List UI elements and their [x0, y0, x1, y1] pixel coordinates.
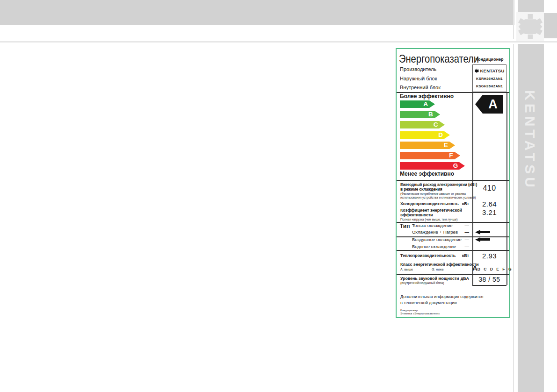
- side-brand-bar: [518, 0, 544, 392]
- annual-title-2: в режиме охлаждения: [400, 187, 442, 192]
- kentatsu-logo-icon: [518, 14, 543, 40]
- header-divider: [0, 39, 557, 44]
- label-title: Энергопоказатели: [399, 52, 479, 65]
- annual-note-1: (Фактическое потребление зависит от режи…: [400, 192, 466, 196]
- manufacturer-label: Производитель: [400, 66, 436, 72]
- type-option: Только охлаждение—: [412, 223, 469, 228]
- eer-note: Полная нагрузка (чем выше, тем лучше): [400, 218, 457, 221]
- brand-model-box: KENTATSU KSRH26HZAN1 KSGH26HZAN1: [472, 64, 506, 92]
- type-option: Водяное охлаждение—: [412, 244, 469, 249]
- class-others: B C D E F G: [477, 267, 513, 271]
- rule: [472, 285, 506, 286]
- energy-class-arrow-D: D: [400, 131, 450, 139]
- indoor-unit-label: Внутренний блок: [400, 85, 441, 90]
- product-type: Кондиционер: [472, 57, 506, 62]
- energy-class-arrow-F: F: [400, 152, 460, 159]
- rule: [397, 274, 509, 275]
- type-option: Охлаждение + Нагрев—: [412, 229, 469, 235]
- rating-arrow: A: [475, 95, 503, 114]
- energy-class-arrow-A: A: [400, 100, 435, 108]
- more-efficient-label: Более эффективно: [400, 93, 454, 100]
- class-letters: AB C D E F G: [472, 264, 506, 272]
- vertical-brand-text: KENTATSU: [522, 90, 538, 191]
- outdoor-unit-label: Наружный блок: [400, 76, 437, 81]
- noise-unit: дБА: [455, 276, 469, 281]
- kentatsu-logo-tile: [516, 12, 544, 41]
- vertical-rule: [513, 0, 514, 392]
- brand-row: KENTATSU: [475, 68, 505, 73]
- header-band-right: [544, 13, 557, 38]
- rule: [397, 180, 509, 181]
- annual-note-2: использования устройства и климатических…: [400, 196, 476, 200]
- document-page: KENTATSU Энергопоказатели Кондиционер Пр…: [0, 0, 557, 392]
- rating-arrow-tip: [475, 95, 483, 114]
- noise-value: 38 / 55: [472, 276, 506, 283]
- brand-name: KENTATSU: [480, 68, 505, 73]
- indoor-model: KSGH26HZAN1: [476, 84, 503, 88]
- footer-line-2: в технической документации: [400, 300, 456, 306]
- kentatsu-brand-icon: [475, 69, 479, 73]
- cooling-unit: кВт: [455, 201, 469, 206]
- type-label: Тип: [400, 223, 410, 229]
- class-note-a: A: выше: [400, 268, 413, 271]
- cooling-title: Холодопроизводительность: [400, 201, 459, 206]
- eer-title-2: эффективности: [400, 213, 433, 217]
- energy-class-arrow-G: G: [400, 162, 465, 170]
- heating-value: 2.93: [472, 252, 506, 260]
- outdoor-model: KSRH26HZAN1: [476, 77, 503, 81]
- heating-unit: кВт: [455, 253, 469, 258]
- annual-value: 410: [472, 184, 506, 192]
- heating-title: Теплопроизводительность: [400, 253, 456, 258]
- noise-title: Уровень звуковой мощности: [400, 276, 459, 281]
- class-note-g: G: ниже: [432, 268, 444, 271]
- footer-small-1: Кондиционер: [400, 309, 418, 312]
- type-selected-arrow: [475, 237, 491, 242]
- cooling-value: 2.64: [472, 200, 506, 208]
- type-selected-arrow: [475, 229, 491, 235]
- class-selected: A: [472, 264, 477, 272]
- type-option: Воздушное охлаждение—: [412, 237, 469, 242]
- rating-letter: A: [483, 95, 503, 114]
- energy-label: Энергопоказатели Кондиционер Производите…: [396, 48, 510, 318]
- rule: [506, 92, 507, 285]
- energy-class-arrow-B: B: [400, 111, 440, 118]
- annual-title-1: Ежегодный расход электроэнергии (кВт): [400, 182, 477, 187]
- footer-line-1: Дополнительная информация содержится: [400, 294, 483, 300]
- header-band: [0, 0, 514, 25]
- footer-small-2: Этикетка «Энергопоказатели»: [400, 312, 440, 315]
- class-title: Класс энергетической эффективности: [400, 262, 479, 267]
- eer-value: 3.21: [472, 208, 506, 216]
- energy-class-arrow-C: C: [400, 121, 445, 128]
- rule: [397, 250, 509, 251]
- energy-class-arrow-E: E: [400, 142, 455, 149]
- less-efficient-label: Менее эффективно: [400, 171, 454, 177]
- noise-note: (внутренний/наружный блок): [400, 281, 444, 285]
- eer-title-1: Коэффициент энергетической: [400, 208, 462, 213]
